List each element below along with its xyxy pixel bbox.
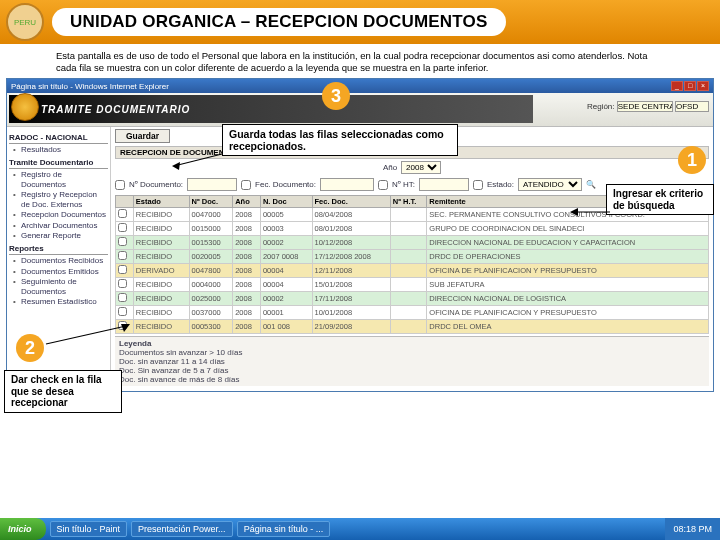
sidebar-item[interactable]: Registro de Documentos [15, 170, 108, 189]
table-row[interactable]: RECIBIDO00053002008001 00821/09/2008DRDC… [116, 320, 709, 334]
estado-select[interactable]: ATENDIDO [518, 178, 582, 191]
sidebar-item[interactable]: Documentos Emitidos [15, 267, 108, 277]
f3-check[interactable] [378, 180, 388, 190]
sidebar-item[interactable]: Generar Reporte [15, 231, 108, 241]
legend-item: Documentos sin avanzar > 10 días [119, 348, 705, 357]
year-select[interactable]: 2008 [401, 161, 441, 174]
app-banner-text: TRAMITE DOCUMENTARIO [41, 104, 190, 115]
taskbar-item[interactable]: Sin título - Paint [50, 521, 128, 537]
badge-2: 2 [16, 334, 44, 362]
browser-titlebar: Página sin título - Windows Internet Exp… [7, 79, 713, 93]
table-row[interactable]: RECIBIDO001530020080000210/12/2008DIRECC… [116, 236, 709, 250]
save-button[interactable]: Guardar [115, 129, 170, 143]
app-logo-icon [11, 93, 39, 121]
seal-logo: PERU [6, 3, 44, 41]
sidebar-item[interactable]: Documentos Recibidos [15, 256, 108, 266]
f4-check[interactable] [473, 180, 483, 190]
sidebar-item[interactable]: Archivar Documentos [15, 221, 108, 231]
f2-check[interactable] [241, 180, 251, 190]
row-check[interactable] [118, 251, 127, 260]
callout-2: Dar check en la fila que se desea recepc… [4, 370, 122, 413]
table-row[interactable]: RECIBIDO001500020080000308/01/2008GRUPO … [116, 222, 709, 236]
search-icon[interactable]: 🔍 [586, 180, 596, 189]
app-banner-bar: TRAMITE DOCUMENTARIO Región: [7, 93, 713, 127]
fecdoc-input[interactable] [320, 178, 374, 191]
main-panel: Guardar RECEPCION DE DOCUMENTOS INTERNOS… [111, 127, 713, 391]
table-col-head: Año [233, 196, 261, 208]
unit-input[interactable] [675, 101, 709, 112]
row-check[interactable] [118, 279, 127, 288]
sidebar-group-head: Reportes [9, 244, 108, 255]
table-col-head: Nº Doc. [189, 196, 233, 208]
table-col-head [116, 196, 134, 208]
documents-table: EstadoNº Doc.AñoN. DocFec. Doc.Nº H.T.Re… [115, 195, 709, 334]
sidebar-item[interactable]: Recepcion Documentos [15, 210, 108, 220]
table-col-head: Nº H.T. [390, 196, 426, 208]
browser-title: Página sin título - Windows Internet Exp… [11, 82, 169, 91]
taskbar-item[interactable]: Presentación Power... [131, 521, 233, 537]
start-button[interactable]: Inicio [0, 518, 46, 540]
table-row[interactable]: RECIBIDO003700020080000110/01/2008OFICIN… [116, 306, 709, 320]
legend-item: Doc. sin avance de más de 8 días [119, 375, 705, 384]
ht-input[interactable] [419, 178, 469, 191]
tray-time: 08:18 PM [673, 524, 712, 534]
legend-item: Doc. Sin avanzar de 5 a 7 días [119, 366, 705, 375]
windows-taskbar: Inicio Sin título - PaintPresentación Po… [0, 518, 720, 540]
legend-item: Doc. sin avanzar 11 a 14 días [119, 357, 705, 366]
region-input[interactable] [617, 101, 673, 112]
row-check[interactable] [118, 307, 127, 316]
region-picker: Región: [587, 101, 709, 112]
page-title: UNIDAD ORGANICA – RECEPCION DOCUMENTOS [52, 8, 506, 36]
table-col-head: Fec. Doc. [312, 196, 390, 208]
sidebar-item[interactable]: Resumen Estadístico [15, 297, 108, 307]
badge-3: 3 [322, 82, 350, 110]
window-buttons[interactable]: _□× [670, 81, 709, 91]
sidebar-group-head: Tramite Documentario [9, 158, 108, 169]
badge-1: 1 [678, 146, 706, 174]
sidebar-item[interactable]: Resultados [15, 145, 108, 155]
table-col-head: Estado [133, 196, 189, 208]
sidebar-group-head: RADOC - NACIONAL [9, 133, 108, 144]
table-row[interactable]: RECIBIDO000400020080000415/01/2008SUB JE… [116, 278, 709, 292]
maximize-icon: □ [684, 81, 696, 91]
close-icon: × [697, 81, 709, 91]
system-tray: 08:18 PM [665, 518, 720, 540]
slide-header: PERU UNIDAD ORGANICA – RECEPCION DOCUMEN… [0, 0, 720, 44]
row-check[interactable] [118, 321, 127, 330]
table-row[interactable]: RECIBIDO002000520082007 000817/12/2008 2… [116, 250, 709, 264]
sidebar-item[interactable]: Seguimiento de Documentos [15, 277, 108, 296]
callout-1: Ingresar ek criterio de búsqueda [606, 184, 714, 215]
callout-3: Guarda todas las filas seleccionadas com… [222, 124, 458, 156]
row-check[interactable] [118, 265, 127, 274]
taskbar-item[interactable]: Página sin título - ... [237, 521, 331, 537]
table-row[interactable]: RECIBIDO002500020080000217/11/2008DIRECC… [116, 292, 709, 306]
year-row: Año 2008 [115, 159, 709, 176]
row-check[interactable] [118, 293, 127, 302]
f1-check[interactable] [115, 180, 125, 190]
intro-text: Esta pantalla es de uso de todo el Perso… [0, 44, 720, 78]
minimize-icon: _ [671, 81, 683, 91]
table-col-head: N. Doc [260, 196, 312, 208]
app-banner: TRAMITE DOCUMENTARIO [9, 95, 533, 123]
docnum-input[interactable] [187, 178, 237, 191]
sidebar-item[interactable]: Registro y Recepcion de Doc. Externos [15, 190, 108, 209]
legend-box: Leyenda Documentos sin avanzar > 10 días… [115, 336, 709, 386]
table-row[interactable]: DERIVADO004780020080000412/11/2008OFICIN… [116, 264, 709, 278]
row-check[interactable] [118, 223, 127, 232]
row-check[interactable] [118, 237, 127, 246]
row-check[interactable] [118, 209, 127, 218]
